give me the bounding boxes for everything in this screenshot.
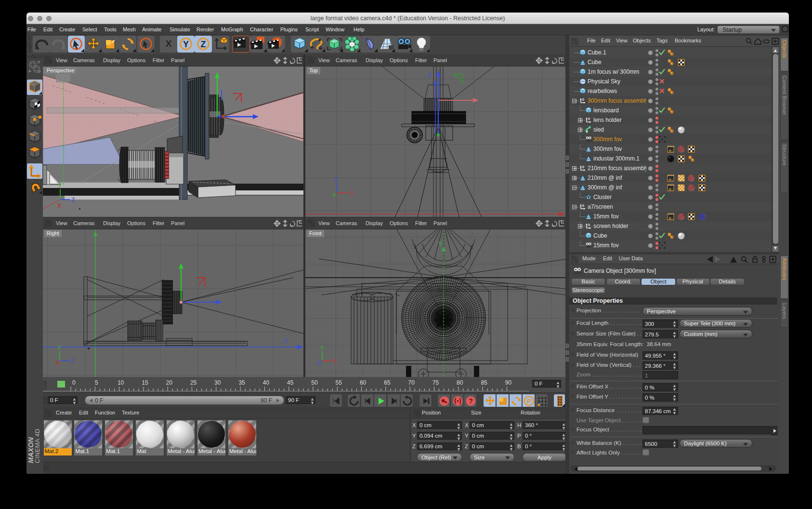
svg-text:10: 10 xyxy=(118,379,124,386)
svg-text:45: 45 xyxy=(287,379,294,386)
svg-text:Z: Z xyxy=(334,176,338,183)
svg-text:60: 60 xyxy=(360,379,367,386)
svg-text:Z: Z xyxy=(71,358,74,364)
svg-text:Z: Z xyxy=(318,360,321,366)
svg-text:Z: Z xyxy=(427,71,432,79)
svg-text:X: X xyxy=(57,202,61,209)
svg-text:15: 15 xyxy=(142,379,148,386)
svg-text:Z: Z xyxy=(201,40,206,49)
svg-text:X: X xyxy=(350,190,354,197)
svg-text:P: P xyxy=(527,398,531,405)
svg-text:90: 90 xyxy=(505,379,512,386)
svg-text:85: 85 xyxy=(481,379,487,386)
svg-text:20: 20 xyxy=(166,379,173,386)
svg-text:Y: Y xyxy=(438,241,442,247)
svg-text:80: 80 xyxy=(457,379,463,386)
svg-text:Z: Z xyxy=(71,197,75,203)
svg-text:Z: Z xyxy=(283,337,288,345)
svg-text:25: 25 xyxy=(190,379,197,386)
svg-text:40: 40 xyxy=(263,379,270,386)
svg-text:X: X xyxy=(55,360,59,366)
svg-text:?: ? xyxy=(469,397,473,405)
svg-text:X: X xyxy=(333,358,337,364)
svg-text:Y: Y xyxy=(332,192,336,199)
svg-text:0: 0 xyxy=(72,379,76,386)
svg-text:Y: Y xyxy=(58,182,62,189)
svg-text:55: 55 xyxy=(336,379,342,386)
svg-text:Y: Y xyxy=(320,345,324,351)
svg-text:35: 35 xyxy=(238,379,245,386)
svg-text:70: 70 xyxy=(408,379,415,386)
svg-text:Y: Y xyxy=(183,40,189,49)
svg-text:65: 65 xyxy=(384,379,391,386)
svg-text:5: 5 xyxy=(95,379,98,386)
svg-text:Y: Y xyxy=(57,345,61,351)
svg-text:75: 75 xyxy=(432,379,439,386)
svg-text:50: 50 xyxy=(311,379,318,386)
svg-text:30: 30 xyxy=(214,379,221,386)
